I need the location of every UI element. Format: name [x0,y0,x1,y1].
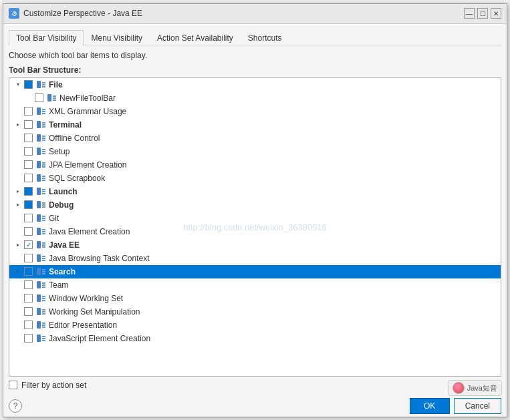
tree-item-checkbox[interactable] [24,214,33,222]
tree-item[interactable]: Working Set Manipulation [9,305,501,319]
tree-item-checkbox[interactable] [24,321,33,329]
expand-arrow-icon[interactable] [13,321,23,330]
expand-arrow-icon[interactable] [13,254,23,263]
java-badge: Java知音 [448,380,502,396]
expand-arrow-icon[interactable] [13,307,23,317]
tree-item[interactable]: Java Element Creation [9,225,501,238]
toolbar-icon [35,146,46,157]
tree-item[interactable]: Setup [9,145,501,158]
tree-item-label: Launch [49,187,78,196]
expand-arrow-icon[interactable] [24,93,33,103]
expand-arrow-icon[interactable]: ▾ [13,80,23,89]
tree-item[interactable]: Team [9,278,501,292]
section-label: Tool Bar Structure: [9,65,501,75]
expand-arrow-icon[interactable]: ▸ [13,200,23,210]
tab-toolbar-visibility[interactable]: Tool Bar Visibility [9,30,84,45]
toolbar-icon [35,79,46,90]
bottom-bar: ? OK Cancel [3,395,507,417]
tree-item[interactable]: JavaScript Element Creation [9,332,501,345]
expand-arrow-icon[interactable] [13,227,23,236]
tree-item[interactable]: SQL Scrapbook [9,172,501,185]
tree-item[interactable]: Window Working Set [9,292,501,305]
tree-item[interactable]: ▸Java EE [9,238,501,252]
toolbar-icon [35,293,46,304]
filter-label: Filter by action set [21,381,86,390]
tree-item-checkbox[interactable] [24,227,33,236]
ok-button[interactable]: OK [410,398,450,414]
tree-item[interactable]: ▸Search [9,265,501,278]
tree-item[interactable]: Java Browsing Task Context [9,252,501,265]
tree-item-checkbox[interactable] [24,254,33,262]
expand-arrow-icon[interactable] [13,160,23,170]
tab-bar: Tool Bar Visibility Menu Visibility Acti… [9,29,501,45]
expand-arrow-icon[interactable] [13,280,23,290]
expand-arrow-icon[interactable] [13,174,23,183]
title-bar: ⚙ Customize Perspective - Java EE — ☐ ✕ [3,4,507,24]
tree-item-checkbox[interactable] [24,267,33,276]
tree-item-checkbox[interactable] [24,280,33,289]
tab-menu-visibility[interactable]: Menu Visibility [84,30,149,45]
tree-item[interactable]: ▸Launch [9,185,501,198]
tree-item-label: Java EE [49,240,80,250]
expand-arrow-icon[interactable]: ▸ [13,240,23,250]
expand-arrow-icon[interactable] [13,214,23,223]
expand-arrow-icon[interactable] [13,334,23,343]
tree-item-label: Offline Control [49,134,100,143]
toolbar-icon [35,266,46,277]
filter-checkbox[interactable] [9,381,17,389]
toolbar-icon [35,306,46,317]
expand-arrow-icon[interactable] [13,147,23,156]
tree-item-checkbox[interactable] [24,174,33,182]
tree-item-checkbox[interactable] [24,120,33,129]
expand-arrow-icon[interactable]: ▸ [13,187,23,196]
toolbar-icon [35,106,46,117]
tree-item-checkbox[interactable] [24,294,33,302]
expand-arrow-icon[interactable] [13,294,23,303]
tree-item[interactable]: Offline Control [9,132,501,145]
toolbar-icon [35,186,46,197]
tree-item-label: Setup [49,147,70,156]
tree-item-checkbox[interactable] [24,107,33,116]
toolbar-icon [35,200,46,210]
tree-item-label: XML Grammar Usage [49,107,126,116]
tree-item[interactable]: XML Grammar Usage [9,105,501,118]
tree-item-label: Editor Presentation [49,321,117,330]
maximize-button[interactable]: ☐ [477,8,488,19]
tab-action-set[interactable]: Action Set Availability [150,30,241,45]
tree-container[interactable]: http://blog.csdn.net/weixin_36380516 ▾Fi… [9,77,501,377]
tree-item-checkbox[interactable] [24,147,33,156]
tree-item-checkbox[interactable] [24,80,33,89]
tree-item-checkbox[interactable] [35,93,43,102]
tree-item-checkbox[interactable] [24,307,33,316]
toolbar-icon [35,333,46,344]
tree-item-checkbox[interactable] [24,200,33,209]
expand-arrow-icon[interactable] [13,134,23,143]
tree-item-checkbox[interactable] [24,240,33,249]
toolbar-icon [35,240,46,250]
cancel-button[interactable]: Cancel [454,398,501,414]
tree-item[interactable]: JPA Element Creation [9,158,501,172]
expand-arrow-icon[interactable]: ▸ [13,120,23,130]
expand-arrow-icon[interactable] [13,107,23,116]
tree-item-label: Java Browsing Task Context [49,254,150,263]
tree-item-checkbox[interactable] [24,134,33,142]
tree-item-label: JavaScript Element Creation [49,334,150,343]
help-button[interactable]: ? [9,399,22,413]
tree-item[interactable]: ▸Debug [9,198,501,212]
tree-item-checkbox[interactable] [24,160,33,169]
close-button[interactable]: ✕ [491,8,501,19]
tree-item-checkbox[interactable] [24,334,33,343]
tree-item-checkbox[interactable] [24,187,33,196]
tree-item[interactable]: NewFileToolBar [9,91,501,105]
expand-arrow-icon[interactable]: ▸ [13,267,23,276]
tab-shortcuts[interactable]: Shortcuts [241,30,289,45]
window-title: Customize Perspective - Java EE [23,9,142,18]
tree-item-label: NewFileToolBar [59,93,116,103]
tree-item-label: SQL Scrapbook [49,174,105,183]
tree-item[interactable]: Editor Presentation [9,319,501,332]
toolbar-icon [35,226,46,237]
tree-item[interactable]: Git [9,212,501,225]
minimize-button[interactable]: — [464,8,475,19]
tree-item[interactable]: ▾File [9,78,501,91]
tree-item[interactable]: ▸Terminal [9,118,501,132]
